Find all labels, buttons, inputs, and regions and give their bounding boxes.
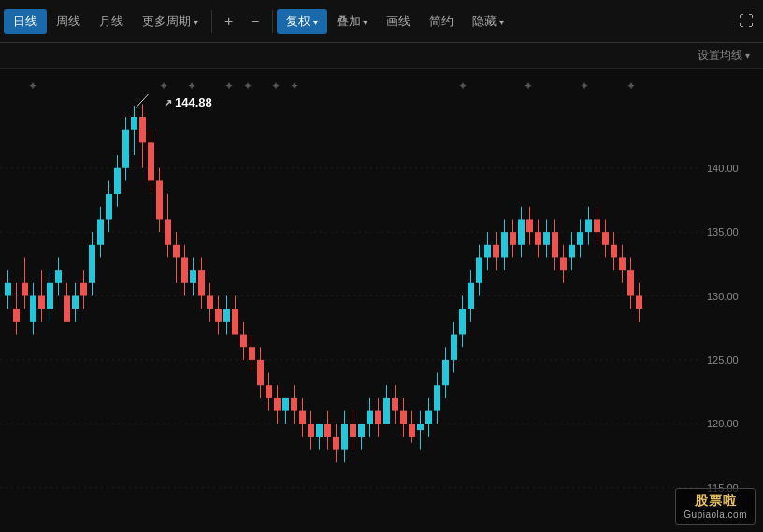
watermark-brand: 股票啦 [695, 493, 737, 510]
fullscreen-button[interactable]: ⛶ [733, 8, 759, 35]
overlay-button[interactable]: 叠加 [327, 9, 378, 34]
separator-2 [272, 10, 273, 33]
watermark-url: Gupiaola.com [684, 510, 747, 520]
tab-weekly[interactable]: 周线 [47, 9, 90, 34]
separator-1 [211, 10, 212, 33]
rights-button[interactable]: 复权 [277, 9, 327, 34]
zoom-in-button[interactable]: + [216, 8, 242, 35]
tab-more-periods[interactable]: 更多周期 [133, 9, 208, 34]
simple-button[interactable]: 简约 [420, 9, 463, 34]
settings-ma-button[interactable]: 设置均线 [692, 46, 756, 65]
toolbar: 日线 周线 月线 更多周期 + − 复权 叠加 画线 简约 隐藏 ⛶ [0, 0, 763, 43]
zoom-out-button[interactable]: − [242, 8, 268, 35]
settings-bar: 设置均线 [0, 43, 763, 69]
chart-area: ↗ 144.88 股票啦 Gupiaola.com [0, 69, 763, 532]
chart-container: 日线 周线 月线 更多周期 + − 复权 叠加 画线 简约 隐藏 ⛶ 设置均线 … [0, 0, 763, 532]
tab-monthly[interactable]: 月线 [90, 9, 133, 34]
tab-daily[interactable]: 日线 [4, 9, 47, 34]
watermark: 股票啦 Gupiaola.com [675, 488, 756, 525]
candlestick-chart [0, 69, 763, 532]
hide-button[interactable]: 隐藏 [463, 9, 513, 34]
draw-button[interactable]: 画线 [377, 9, 420, 34]
